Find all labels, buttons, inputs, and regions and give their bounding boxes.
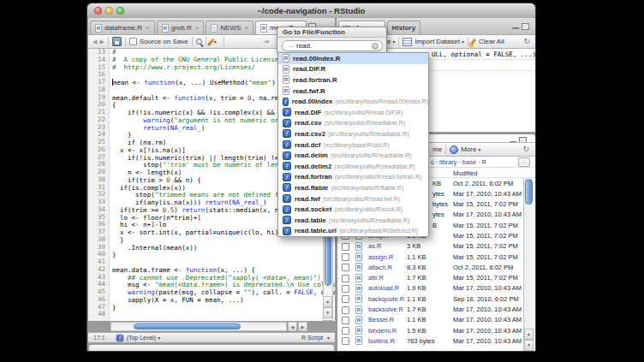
clear-all-icon[interactable] bbox=[470, 38, 476, 45]
goto-search-input[interactable]: → read. ✕ bbox=[282, 40, 383, 51]
goto-search-value[interactable]: read. bbox=[296, 42, 312, 50]
rename-button-fragment[interactable]: me bbox=[432, 145, 442, 153]
source-arrow-icon[interactable]: ⇒ bbox=[264, 38, 270, 45]
goto-result-item[interactable]: fread.fwf(src/library/utils/R/read.fwf.R… bbox=[278, 193, 428, 205]
editor-tab-NEWS[interactable]: RNEWS× bbox=[206, 21, 253, 34]
forward-icon[interactable]: ▶ bbox=[99, 39, 104, 45]
goto-result-item[interactable]: Rread.00Index.R bbox=[278, 53, 428, 64]
file-name-link[interactable]: Bessel.R bbox=[368, 316, 394, 323]
refresh-icon[interactable]: ↻ bbox=[523, 38, 530, 45]
goto-result-item[interactable]: fread.delim2(src/library/utils/R/readtab… bbox=[278, 161, 428, 172]
goto-result-item[interactable]: fread.00Index(src/library/tools/R/read.0… bbox=[278, 96, 428, 107]
scroll-left-icon[interactable]: ◀ bbox=[288, 322, 297, 331]
close-tab-icon[interactable]: × bbox=[146, 25, 150, 32]
file-name-link[interactable]: autoload.R bbox=[368, 284, 399, 292]
file-row[interactable]: Rbackquote.R1.1 KBSep 16, 2010, 6:02 PM bbox=[337, 294, 523, 304]
modified-column-header[interactable]: Modified bbox=[453, 169, 477, 177]
file-checkbox[interactable] bbox=[342, 337, 349, 345]
scope-dropdown-icon[interactable]: ▾ bbox=[158, 335, 160, 341]
file-checkbox[interactable] bbox=[342, 295, 349, 303]
editor-tab-dataframe.R[interactable]: Rdataframe.R× bbox=[90, 21, 155, 34]
save-icon[interactable] bbox=[112, 37, 122, 46]
file-name-link[interactable]: backsolve.R bbox=[368, 306, 403, 313]
scroll-down-icon[interactable]: ▼ bbox=[323, 307, 332, 318]
breadcrumb-item[interactable]: library bbox=[439, 158, 456, 166]
files-scroll-up-icon[interactable]: ▲ bbox=[524, 329, 534, 340]
more-icon[interactable] bbox=[450, 145, 458, 154]
file-row[interactable]: Rattach.R8.3 KBOct 2, 2011, 6:02 PM bbox=[337, 262, 523, 272]
language-mode[interactable]: R Script bbox=[301, 335, 323, 341]
clear-search-icon[interactable]: ✕ bbox=[372, 43, 379, 50]
file-name-link[interactable]: assign.R bbox=[368, 253, 393, 261]
more-button[interactable]: More bbox=[461, 145, 476, 153]
files-scroll-down-icon[interactable]: ▼ bbox=[524, 340, 534, 351]
file-checkbox[interactable] bbox=[342, 306, 349, 314]
save-dropdown-icon[interactable]: ▾ bbox=[392, 39, 395, 45]
breadcrumb-item[interactable]: base bbox=[462, 158, 476, 166]
files-vscrollbar[interactable]: ▲ ▼ bbox=[523, 178, 534, 351]
file-checkbox[interactable] bbox=[342, 327, 349, 335]
goto-result-item[interactable]: fread.table(src/library/utils/R/readtabl… bbox=[278, 215, 428, 226]
window-titlebar[interactable]: ~/code-navigation - RStudio bbox=[87, 3, 535, 19]
scroll-up-icon[interactable]: ▲ bbox=[323, 296, 332, 307]
goto-result-item[interactable]: fread.delim(src/library/utils/R/readtabl… bbox=[278, 150, 428, 161]
file-row[interactable]: Rassign.R1.1 KBMar 15, 2011, 7:02 PM bbox=[337, 252, 523, 262]
language-dropdown-icon[interactable]: ▾ bbox=[327, 335, 330, 341]
import-dataset-dropdown-icon[interactable]: ▾ bbox=[462, 39, 464, 45]
goto-result-item[interactable]: fread.socket(src/library/utils/R/sock.R) bbox=[278, 204, 428, 215]
file-row[interactable]: Rautoload.R1.9 KBMar 17, 2010, 10:43 AM bbox=[337, 283, 523, 294]
editor-hscroll-thumb[interactable] bbox=[134, 323, 241, 329]
file-name-link[interactable]: backquote.R bbox=[368, 295, 404, 303]
workspace-pane-minmax[interactable] bbox=[512, 23, 529, 30]
goto-result-item[interactable]: fread.table.url(src/library/base/R/Defun… bbox=[278, 226, 428, 237]
close-tab-icon[interactable]: × bbox=[195, 25, 200, 32]
editor-hscrollbar[interactable] bbox=[110, 322, 287, 331]
source-on-save-checkbox[interactable] bbox=[129, 38, 137, 45]
more-dropdown-icon[interactable]: ▾ bbox=[478, 146, 480, 152]
file-row[interactable]: Rattr.R1.7 KBMar 15, 2011, 7:02 PM bbox=[337, 273, 523, 283]
goto-result-item[interactable]: Rread.fortran.R bbox=[278, 74, 428, 86]
goto-result-item[interactable]: fread.dcf(src/library/base/R/dcf.R) bbox=[278, 139, 428, 151]
goto-result-item[interactable]: Rread.DIF.R bbox=[278, 64, 428, 75]
file-checkbox[interactable] bbox=[342, 275, 349, 282]
editor-tab-grob.R[interactable]: Rgrob.R× bbox=[157, 21, 205, 34]
files-refresh-icon[interactable]: ↻ bbox=[522, 145, 529, 153]
breadcrumb-item[interactable]: R bbox=[481, 158, 486, 166]
minimize-workspace-icon[interactable] bbox=[512, 27, 519, 29]
file-row[interactable]: Rbuiltins.R763 bytesMar 17, 2010, 10:43 … bbox=[337, 335, 523, 346]
goto-result-item[interactable]: fread.ftable(src/library/stats/R/ftable.… bbox=[278, 182, 428, 193]
import-dataset-icon[interactable] bbox=[402, 38, 412, 46]
back-icon[interactable]: ◀ bbox=[92, 39, 97, 45]
files-vscroll-thumb[interactable] bbox=[525, 179, 533, 205]
goto-result-item[interactable]: fread.fortran(src/library/utils/R/read.f… bbox=[278, 172, 428, 183]
go-to-directory-button[interactable]: … bbox=[518, 157, 530, 167]
tab-history[interactable]: History bbox=[387, 21, 421, 34]
file-row[interactable]: Ras.R3 KBMar 15, 2011, 7:02 PM bbox=[337, 241, 523, 252]
file-name-link[interactable]: builtins.R bbox=[368, 337, 395, 345]
maximize-workspace-icon[interactable] bbox=[522, 23, 529, 30]
file-checkbox[interactable] bbox=[342, 253, 349, 261]
find-replace-icon[interactable] bbox=[196, 39, 202, 45]
goto-result-item[interactable]: fread.csv(src/library/utils/R/readtable.… bbox=[278, 118, 428, 129]
goto-results-list[interactable]: Rread.00Index.RRread.DIF.RRread.fortran.… bbox=[277, 52, 429, 237]
goto-result-item[interactable]: fread.DIF(src/library/utils/R/read.DIF.R… bbox=[278, 107, 428, 118]
file-row[interactable]: RBessel.R1.1 KBMar 17, 2010, 10:43 AM bbox=[337, 315, 523, 325]
breadcrumb-item[interactable]: c bbox=[431, 158, 434, 166]
file-checkbox[interactable] bbox=[342, 243, 349, 251]
file-checkbox[interactable] bbox=[342, 285, 349, 293]
save-workspace-fragment[interactable]: e bbox=[387, 38, 391, 45]
scope-selector[interactable]: (Top Level) bbox=[127, 335, 157, 341]
clear-all-button[interactable]: Clear All bbox=[479, 38, 504, 45]
file-name-link[interactable]: attach.R bbox=[368, 264, 392, 271]
file-checkbox[interactable] bbox=[342, 264, 349, 271]
import-dataset-button[interactable]: Import Dataset bbox=[414, 38, 459, 45]
close-tab-icon[interactable]: × bbox=[244, 25, 248, 32]
file-checkbox[interactable] bbox=[342, 317, 349, 324]
scroll-right-icon[interactable]: ▶ bbox=[298, 322, 307, 331]
file-row[interactable]: Rbindenv.R1.5 KBMar 17, 2010, 10:43 AM bbox=[337, 325, 523, 335]
goto-result-item[interactable]: Rread.fwf.R bbox=[278, 86, 428, 97]
file-name-link[interactable]: bindenv.R bbox=[368, 327, 397, 335]
file-row[interactable]: Rbacksolve.R1.7 KBMar 17, 2010, 10:43 AM bbox=[337, 305, 523, 315]
file-name-link[interactable]: attr.R bbox=[368, 274, 384, 282]
goto-result-item[interactable]: fread.csv2(src/library/utils/R/readtable… bbox=[278, 128, 428, 139]
